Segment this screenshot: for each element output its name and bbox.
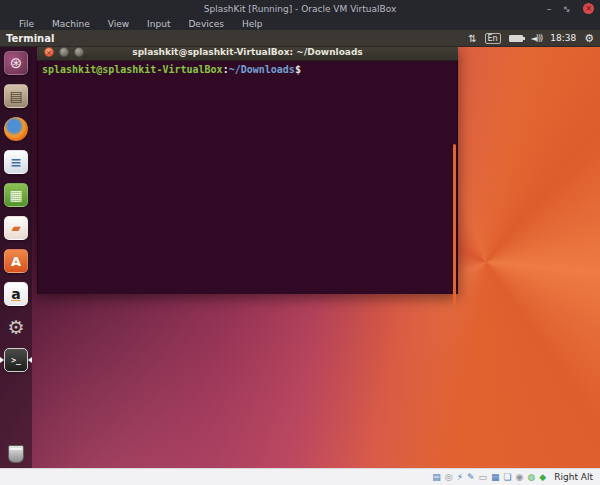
window-title: SplashKit [Running] - Oracle VM VirtualB… — [204, 4, 397, 14]
launcher-item-firefox[interactable] — [0, 117, 32, 141]
launcher-item-files[interactable]: ▤ — [0, 84, 32, 108]
menu-machine[interactable]: Machine — [43, 19, 99, 29]
active-app-name[interactable]: Terminal — [6, 33, 54, 44]
usb-devices-icon[interactable]: ⚡ — [457, 472, 463, 482]
keyboard-layout-indicator[interactable]: En — [485, 33, 501, 44]
ubuntu-software-icon: A — [4, 249, 28, 273]
window-controls: – ↔ × — [546, 0, 594, 17]
trash-icon — [8, 445, 24, 463]
close-button[interactable]: × — [583, 3, 594, 14]
video-capture-icon[interactable]: ◉ — [516, 472, 524, 482]
libreoffice-impress-icon: ▰ — [4, 216, 28, 240]
launcher-item-ubuntu-software[interactable]: A — [0, 249, 32, 273]
hard-disks-icon[interactable]: ▤ — [432, 472, 441, 482]
optical-drives-icon[interactable]: ◎ — [445, 472, 453, 482]
minimize-button[interactable]: – — [546, 4, 551, 14]
menu-input[interactable]: Input — [138, 19, 179, 29]
launcher-item-libreoffice-writer[interactable]: ≡ — [0, 150, 32, 174]
prompt-path: ~/Downloads — [229, 64, 295, 75]
libreoffice-calc-icon: ▦ — [4, 183, 28, 207]
launcher-item-system-settings[interactable]: ⚙ — [0, 315, 32, 339]
battery-icon[interactable] — [509, 35, 523, 42]
clock[interactable]: 18:38 — [550, 33, 576, 43]
libreoffice-writer-icon: ≡ — [4, 150, 28, 174]
terminal-icon: >_ — [4, 348, 28, 372]
terminal-prompt: splashkit@splashkit-VirtualBox:~/Downloa… — [42, 64, 301, 75]
audio-icon[interactable]: ✎ — [467, 472, 475, 482]
menu-help[interactable]: Help — [233, 19, 272, 29]
terminal-scrollbar[interactable] — [453, 144, 456, 310]
mouse-integration-icon[interactable]: ◆ — [539, 472, 546, 482]
menu-file[interactable]: File — [10, 19, 43, 29]
terminal-close-button[interactable]: × — [44, 47, 54, 57]
firefox-icon — [4, 117, 28, 141]
terminal-window: × splashkit@splashkit-VirtualBox: ~/Down… — [37, 44, 458, 294]
files-icon: ▤ — [4, 84, 28, 108]
terminal-minimize-button[interactable] — [59, 47, 69, 57]
system-tray: ⇅ En ◄))) 18:38 ⚙ — [468, 32, 594, 45]
virtualbox-window: SplashKit [Running] - Oracle VM VirtualB… — [0, 0, 600, 485]
host-key-label: Right Alt — [554, 472, 593, 482]
terminal-maximize-button[interactable] — [74, 47, 84, 57]
launcher-item-amazon[interactable]: a — [0, 282, 32, 306]
ubuntu-dash-icon: ⊛ — [4, 51, 28, 75]
vbox-titlebar: SplashKit [Running] - Oracle VM VirtualB… — [0, 0, 600, 17]
ubuntu-desktop: Terminal ⇅ En ◄))) 18:38 ⚙ ⊛ ▤ ≡ — [0, 30, 600, 468]
shared-folders-icon[interactable]: ❏ — [504, 472, 512, 482]
vbox-menubar: File Machine View Input Devices Help — [0, 17, 600, 30]
launcher-item-ubuntu-dash[interactable]: ⊛ — [0, 51, 32, 75]
session-gear-icon[interactable]: ⚙ — [584, 32, 594, 45]
launcher-item-terminal[interactable]: >_ — [0, 348, 32, 372]
unity-launcher: ⊛ ▤ ≡ ▦ ▰ A a ⚙ — [0, 47, 32, 468]
amazon-icon: a — [4, 282, 28, 306]
network-icon[interactable]: ▭ — [479, 472, 488, 482]
prompt-user-host: splashkit@splashkit-VirtualBox — [42, 64, 223, 75]
features-icon[interactable]: ◍ — [527, 472, 535, 482]
display-icon[interactable]: ▦ — [491, 472, 500, 482]
launcher-item-trash[interactable] — [0, 442, 32, 466]
prompt-dollar: $ — [295, 64, 301, 75]
system-settings-icon: ⚙ — [4, 315, 28, 339]
terminal-body[interactable]: splashkit@splashkit-VirtualBox:~/Downloa… — [37, 61, 458, 294]
launcher-item-libreoffice-calc[interactable]: ▦ — [0, 183, 32, 207]
ubuntu-top-panel: Terminal ⇅ En ◄))) 18:38 ⚙ — [0, 30, 600, 47]
menu-devices[interactable]: Devices — [179, 19, 232, 29]
terminal-window-buttons: × — [44, 47, 84, 57]
restore-button[interactable]: ↔ — [561, 2, 573, 14]
volume-icon[interactable]: ◄))) — [531, 34, 543, 43]
vbox-statusbar: ▤ ◎ ⚡ ✎ ▭ ▦ ❏ ◉ ◍ ◆ Right Alt — [0, 468, 600, 485]
launcher-item-libreoffice-impress[interactable]: ▰ — [0, 216, 32, 240]
menu-view[interactable]: View — [99, 19, 138, 29]
terminal-title: splashkit@splashkit-VirtualBox: ~/Downlo… — [132, 47, 362, 57]
network-indicator-icon[interactable]: ⇅ — [468, 33, 476, 44]
